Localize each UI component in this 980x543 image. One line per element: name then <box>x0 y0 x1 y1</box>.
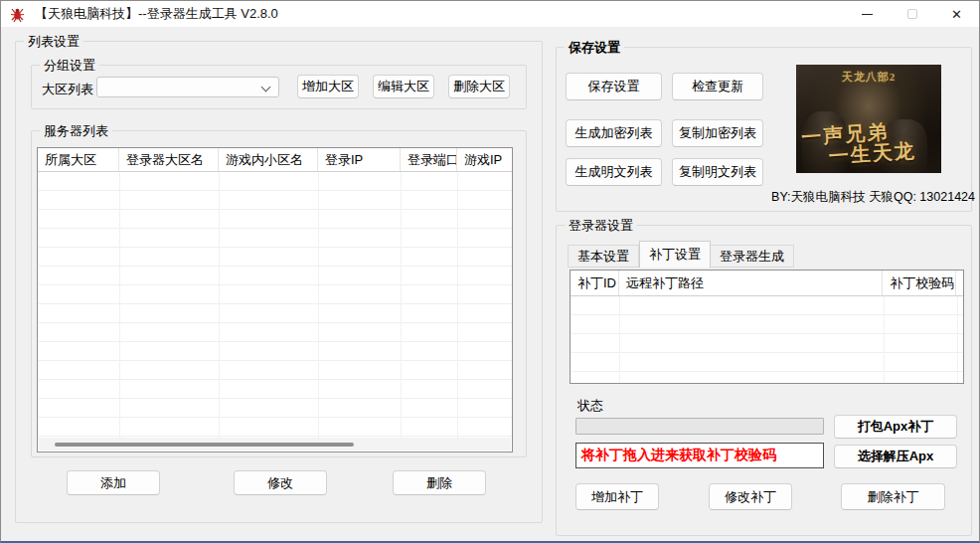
patch-list-table[interactable]: 补丁ID 远程补丁路径 补丁校验码 <box>570 270 964 384</box>
tab-patch-settings[interactable]: 补丁设置 <box>639 241 711 268</box>
close-button[interactable]: ✕ <box>934 1 979 27</box>
app-icon <box>9 6 26 23</box>
status-label: 状态 <box>577 397 603 415</box>
save-settings-title: 保存设置 <box>565 39 624 57</box>
copy-plain-list-button[interactable]: 复制明文列表 <box>672 158 763 186</box>
patch-drop-zone[interactable]: 将补丁拖入进来获取补丁校验码 <box>575 443 824 468</box>
col-patch-path[interactable]: 远程补丁路径 <box>619 271 883 295</box>
zone-list-label: 大区列表 <box>42 81 93 98</box>
status-progressbar <box>575 418 824 435</box>
modify-server-button[interactable]: 修改 <box>234 470 327 495</box>
tab-basic-settings[interactable]: 基本设置 <box>568 245 639 268</box>
horizontal-scrollbar[interactable] <box>39 438 511 451</box>
server-table-body[interactable] <box>38 172 512 439</box>
grouping-settings-title: 分组设置 <box>40 57 99 75</box>
maximize-icon <box>907 9 917 19</box>
zone-list-combobox[interactable] <box>96 77 279 97</box>
modify-patch-button[interactable]: 修改补丁 <box>709 483 792 510</box>
launcher-settings-title: 登录器设置 <box>565 217 637 235</box>
col-login-port[interactable]: 登录端口 <box>401 148 457 171</box>
col-patch-checksum[interactable]: 补丁校验码 <box>883 271 956 295</box>
add-patch-button[interactable]: 增加补丁 <box>575 483 659 510</box>
add-zone-button[interactable]: 增加大区 <box>297 75 359 98</box>
edit-zone-button[interactable]: 编辑大区 <box>373 75 434 98</box>
app-window: 【天狼电脑科技】--登录器生成工具 V2.8.0 ✕ 列表设置 分组设置 大区列… <box>0 0 980 543</box>
maximize-button[interactable] <box>890 1 934 27</box>
author-byline: BY:天狼电脑科技 天狼QQ: 13021424 <box>758 189 975 206</box>
check-update-button[interactable]: 检查更新 <box>672 73 763 100</box>
tab-launcher-build[interactable]: 登录器生成 <box>711 245 794 268</box>
col-game-ip[interactable]: 游戏IP <box>457 148 512 171</box>
col-zone-name[interactable]: 登录器大区名 <box>119 148 219 171</box>
banner-game-logo: 天龙八部2 <box>796 70 941 85</box>
launcher-tabs: 基本设置 补丁设置 登录器生成 <box>568 241 794 268</box>
minimize-icon <box>862 14 873 15</box>
delete-zone-button[interactable]: 删除大区 <box>448 75 510 98</box>
patch-table-header[interactable]: 补丁ID 远程补丁路径 补丁校验码 <box>571 271 963 296</box>
banner-slogan: 一声兄弟 一生天龙 <box>801 119 917 169</box>
delete-patch-button[interactable]: 删除补丁 <box>841 483 945 510</box>
window-title: 【天狼电脑科技】--登录器生成工具 V2.8.0 <box>35 5 278 23</box>
scrollbar-thumb[interactable] <box>55 443 354 447</box>
col-zone[interactable]: 所属大区 <box>38 148 119 171</box>
select-unzip-apx-button[interactable]: 选择解压Apx <box>834 445 957 468</box>
col-login-ip[interactable]: 登录IP <box>318 148 401 171</box>
gen-encrypted-list-button[interactable]: 生成加密列表 <box>566 119 662 147</box>
pack-apx-button[interactable]: 打包Apx补丁 <box>834 415 957 439</box>
chevron-down-icon <box>261 83 271 92</box>
server-list-title: 服务器列表 <box>40 122 112 140</box>
gen-plain-list-button[interactable]: 生成明文列表 <box>566 158 662 186</box>
copy-encrypted-list-button[interactable]: 复制加密列表 <box>672 119 763 147</box>
delete-server-button[interactable]: 删除 <box>393 470 486 495</box>
col-patch-id[interactable]: 补丁ID <box>571 271 619 295</box>
server-table-header[interactable]: 所属大区 登录器大区名 游戏内小区名 登录IP 登录端口 游戏IP <box>38 148 512 172</box>
add-server-button[interactable]: 添加 <box>67 470 160 495</box>
list-settings-title: 列表设置 <box>24 33 83 51</box>
titlebar: 【天狼电脑科技】--登录器生成工具 V2.8.0 ✕ <box>1 1 979 27</box>
patch-table-body[interactable] <box>571 296 963 383</box>
col-ingame-name[interactable]: 游戏内小区名 <box>219 148 318 171</box>
save-settings-button[interactable]: 保存设置 <box>566 73 662 100</box>
server-list-table[interactable]: 所属大区 登录器大区名 游戏内小区名 登录IP 登录端口 游戏IP <box>37 147 513 452</box>
promo-banner-image: 天龙八部2 一声兄弟 一生天龙 <box>796 65 941 173</box>
close-icon: ✕ <box>951 8 962 21</box>
minimize-button[interactable] <box>845 1 890 27</box>
